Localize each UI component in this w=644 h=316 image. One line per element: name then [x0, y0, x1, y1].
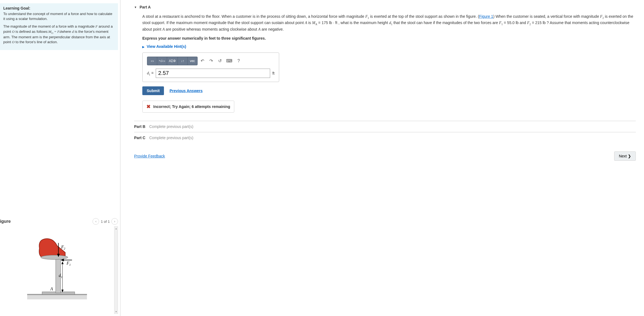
figure-section: igure ‹ 1 of 1 › [0, 216, 120, 316]
reset-button[interactable]: ↺ [216, 57, 224, 65]
answer-row: d1 = ft [147, 69, 275, 78]
problem-statement: A stool at a restaurant is anchored to t… [142, 14, 636, 32]
provide-feedback-link[interactable]: Provide Feedback [134, 154, 165, 158]
stool-figure-svg: F2 F1 d1 A [0, 226, 114, 314]
answer-box: ▭ ⁿ√▭ ΑΣΦ ↓↑ vec ↶ ↷ ↺ ⌨ ? d1 = [142, 52, 279, 82]
tool-group-format: ▭ ⁿ√▭ ΑΣΦ ↓↑ vec [147, 57, 198, 65]
svg-rect-0 [27, 294, 87, 299]
learning-goal-box: Learning Goal: To understand the concept… [0, 3, 118, 50]
figure-counter: 1 of 1 [101, 220, 110, 224]
submit-button[interactable]: Submit [142, 86, 164, 95]
answer-toolbar: ▭ ⁿ√▭ ΑΣΦ ↓↑ vec ↶ ↷ ↺ ⌨ ? [147, 57, 275, 65]
part-a-header[interactable]: ▼ Part A [134, 3, 636, 14]
part-c-message: Complete previous part(s) [149, 136, 193, 140]
submit-row: Submit Previous Answers [142, 86, 636, 95]
keyboard-button[interactable]: ⌨ [224, 57, 234, 65]
part-b-row: Part B Complete previous part(s) [134, 121, 636, 132]
subscript-button[interactable]: ↓↑ [178, 57, 187, 65]
svg-text:d1: d1 [59, 273, 62, 279]
next-button[interactable]: Next ❯ [614, 151, 636, 161]
part-b-label: Part B [134, 124, 145, 129]
svg-text:F2: F2 [61, 245, 65, 250]
learning-goal-p1: To understand the concept of moment of a… [3, 11, 115, 21]
right-panel: ▼ Part A A stool at a restaurant is anch… [120, 0, 644, 316]
chevron-right-icon: ❯ [628, 154, 631, 158]
answer-input[interactable] [156, 69, 270, 78]
vec-button[interactable]: vec [188, 57, 197, 65]
greek-button[interactable]: ΑΣΦ [167, 57, 177, 65]
template-button[interactable]: ▭ [148, 57, 157, 65]
sqrt-button[interactable]: ⁿ√▭ [157, 57, 167, 65]
caret-right-icon: ▶ [142, 45, 145, 48]
figure-prev-button[interactable]: ‹ [93, 218, 99, 225]
part-c-label: Part C [134, 136, 145, 140]
learning-goal-heading: Learning Goal: [3, 6, 115, 10]
learning-goal-p2: The magnitude of the moment of a force w… [3, 24, 115, 45]
answer-variable-label: d1 = [147, 71, 154, 76]
answer-unit: ft [272, 71, 275, 75]
figure-next-button[interactable]: › [111, 218, 118, 225]
figure-canvas: F2 F1 d1 A [0, 226, 114, 314]
footer-row: Provide Feedback Next ❯ [134, 151, 636, 161]
caret-down-icon: ▼ [134, 6, 137, 9]
incorrect-icon: ✖ [146, 104, 151, 110]
redo-button[interactable]: ↷ [207, 57, 215, 65]
view-hints-link[interactable]: ▶ View Available Hint(s) [142, 44, 186, 49]
figure-title: igure [0, 219, 11, 224]
figure-nav: ‹ 1 of 1 › [93, 218, 118, 225]
previous-answers-link[interactable]: Previous Answers [169, 89, 203, 93]
svg-text:F1: F1 [66, 261, 71, 266]
figure-scrollbar[interactable]: ▴ ▾ [114, 226, 118, 314]
left-panel: Learning Goal: To understand the concept… [0, 0, 120, 316]
part-b-message: Complete previous part(s) [149, 124, 193, 129]
svg-text:A: A [50, 286, 53, 291]
feedback-message: Incorrect; Try Again; 6 attempts remaini… [153, 104, 230, 109]
figure-body: F2 F1 d1 A ▴ [0, 226, 118, 314]
figure-header: igure ‹ 1 of 1 › [0, 216, 118, 226]
part-a-body: A stool at a restaurant is anchored to t… [134, 14, 636, 121]
part-c-row: Part C Complete previous part(s) [134, 132, 636, 143]
figure-link[interactable]: Figure 1 [479, 14, 493, 19]
scroll-down-icon: ▾ [115, 310, 117, 313]
feedback-box: ✖ Incorrect; Try Again; 6 attempts remai… [142, 101, 234, 113]
express-instruction: Express your answer numerically in feet … [142, 36, 636, 40]
svg-marker-12 [61, 261, 63, 264]
part-a-title: Part A [140, 5, 151, 9]
scroll-up-icon: ▴ [115, 227, 117, 230]
help-button[interactable]: ? [235, 57, 243, 65]
undo-button[interactable]: ↶ [198, 57, 206, 65]
